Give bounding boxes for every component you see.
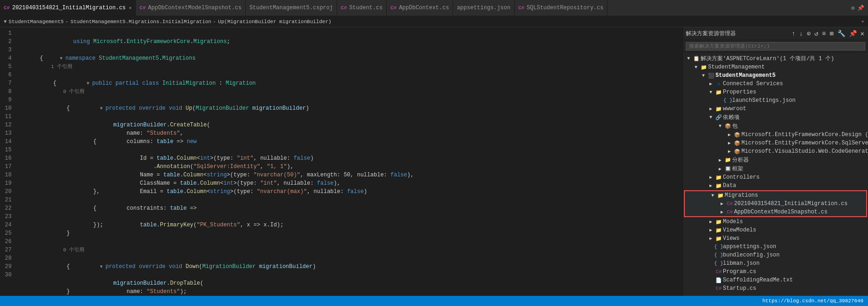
tree-item-packages[interactable]: ▼ 📦 包 (683, 122, 868, 131)
tree-item-deps[interactable]: ▼ 🔗 依赖项 (683, 113, 868, 122)
tab-bar: C# 20210403154821_InitialMigration.cs ✕ … (0, 0, 868, 16)
tree-item-ef-sqlserver[interactable]: ▶ 📦 Microsoft.EntityFrameworkCore.SqlSer… (683, 139, 868, 147)
tree-item-connected-services[interactable]: ▶ ⚡ Connected Services (683, 80, 868, 88)
tree-item-bundleconfig[interactable]: ▶ { } bundleconfig.json (683, 251, 868, 259)
breadcrumb-project: StudentManagement5 (9, 19, 64, 25)
pin-icon[interactable]: 📌 (857, 5, 864, 12)
arrow-icon: ▼ (700, 73, 707, 78)
views-label: Views (723, 235, 740, 242)
toolbar-btn-6[interactable]: ⊞ (829, 29, 834, 38)
tree-item-properties[interactable]: ▼ 📁 Properties (683, 88, 868, 96)
tab-label: StudentManagement5.csproj (249, 5, 333, 11)
code-content[interactable]: using Microsoft.EntityFrameworkCore.Migr… (21, 27, 683, 296)
deps-label: 依赖项 (723, 113, 740, 121)
tree-item-wwwroot[interactable]: ▶ 📁 wwwroot (683, 105, 868, 113)
cs-file-icon: C# (341, 5, 347, 11)
tree-item-solution[interactable]: ▼ 📋 解决方案'ASPNETCoreLearn'(1 个项目/共 1 个) (683, 54, 868, 63)
initial-migration-label: 20210403154821_InitialMigration.cs (734, 200, 848, 207)
tree-item-program[interactable]: ▶ C# Program.cs (683, 268, 868, 276)
add-tab-icon[interactable]: + (861, 19, 864, 25)
fold-btn-7[interactable]: ▼ (100, 105, 105, 110)
tree-item-appsettings[interactable]: ▶ { } appsettings.json (683, 243, 868, 251)
toolbar-btn-4[interactable]: ↺ (813, 29, 819, 38)
arrow-icon: ▼ (716, 124, 724, 129)
tree-item-project[interactable]: ▼ ⬛ StudentManagement5 (683, 71, 868, 80)
cs-file-icon: C# (518, 5, 524, 11)
tree-item-migrations[interactable]: ▼ 📁 Migrations (685, 191, 866, 200)
folder-icon: 📁 (715, 174, 723, 181)
tree-item-launch-settings[interactable]: ▶ { } launchSettings.json (683, 96, 868, 105)
tree-item-scaffolding[interactable]: ▶ 📄 ScaffoldingReadMe.txt (683, 276, 868, 284)
fold-btn-5[interactable]: ▼ (87, 80, 92, 85)
arrow-icon: ▼ (685, 56, 692, 61)
folder-icon: 📁 (716, 192, 725, 199)
folder-icon: 📁 (715, 235, 723, 242)
settings-icon[interactable]: ⚙ (851, 5, 855, 12)
folder-icon: 📁 (715, 226, 723, 234)
arrow-icon: ▶ (718, 209, 726, 215)
pkg-icon: 📦 (733, 131, 741, 138)
solution-search-input[interactable] (686, 42, 865, 50)
close-icon[interactable]: ✕ (129, 5, 132, 11)
tab-initial-migration[interactable]: C# 20210403154821_InitialMigration.cs ✕ (0, 0, 136, 16)
toolbar-btn-5[interactable]: ≡ (821, 29, 827, 38)
code-line-3: ▼namespace StudentManagement5.Migrations (25, 46, 683, 54)
breadcrumb-sep2: ▸ (213, 19, 217, 25)
tab-csproj[interactable]: StudentManagement5.csproj (246, 0, 337, 16)
tree-item-snapshot[interactable]: ▶ C# AppDbContextModelSnapshot.cs (685, 208, 866, 216)
pin-panel-btn[interactable]: 📌 (848, 29, 858, 38)
tab-snapshot[interactable]: C# AppDbContextModelSnapshot.cs (136, 0, 246, 16)
project-label: StudentManagement5 (715, 72, 776, 79)
ref-hint-1ref: 1 个引用 (25, 62, 683, 71)
launch-settings-label: launchSettings.json (732, 97, 796, 104)
tree-item-viewmodels[interactable]: ▶ 📁 ViewModels (683, 226, 868, 234)
tab-label: Student.cs (349, 5, 383, 11)
tree-item-ef-design[interactable]: ▶ 📦 Microsoft.EntityFrameworkCore.Design… (683, 131, 868, 139)
arrow-icon: ▶ (726, 140, 733, 146)
tab-label: AppDbContextModelSnapshot.cs (148, 5, 242, 11)
tree-item-models[interactable]: ▶ 📁 Models (683, 218, 868, 226)
tab-appdbcontext[interactable]: C# AppDbContext.cs (387, 0, 453, 16)
connected-services-label: Connected Services (723, 81, 783, 87)
txt-icon: 📄 (715, 276, 723, 284)
framework-icon: 🔲 (724, 165, 732, 173)
arrow-icon: ▶ (707, 175, 715, 180)
code-line-19: constraints: table => (25, 196, 683, 204)
tab-settings-area: ⚙ 📌 (848, 0, 868, 16)
tree-item-initial-migration[interactable]: ▶ C# 20210403154821_InitialMigration.cs (685, 200, 866, 208)
arrow-icon: ▶ (707, 236, 715, 241)
tab-sqlrepo[interactable]: C# SQLStudentRepository.cs (515, 0, 608, 16)
tree-item-student-mgmt[interactable]: ▼ 📁 StudentManagement (683, 63, 868, 71)
libman-label: libman.json (723, 260, 760, 267)
arrow-icon: ▶ (716, 157, 724, 163)
cs-file-icon: C# (4, 5, 10, 11)
toolbar-btn-1[interactable]: ↑ (791, 29, 796, 38)
tree-item-analyzers[interactable]: ▶ 📁 分析器 (683, 156, 868, 164)
solution-toolbar: 解决方案资源管理器 ↑ ↓ ⊙ ↺ ≡ ⊞ 🔧 📌 ✕ (683, 27, 868, 40)
fold-btn-25[interactable]: ▼ (100, 263, 105, 269)
close-panel-btn[interactable]: ✕ (860, 29, 865, 38)
arrow-icon: ▼ (692, 65, 700, 70)
tree-item-framework[interactable]: ▶ 🔲 框架 (683, 164, 868, 173)
arrow-icon: ▼ (707, 90, 715, 95)
analyzers-label: 分析器 (732, 156, 749, 164)
fold-btn-3[interactable]: ▼ (60, 55, 65, 60)
tree-item-views[interactable]: ▶ 📁 Views (683, 234, 868, 243)
framework-label: 框架 (732, 165, 743, 173)
arrow-icon: ▼ (707, 115, 715, 120)
toolbar-btn-3[interactable]: ⊙ (806, 29, 811, 38)
tree-item-controllers[interactable]: ▶ 📁 Controllers (683, 173, 868, 181)
toolbar-btn-2[interactable]: ↓ (798, 29, 804, 38)
tree-item-libman[interactable]: ▶ { } libman.json (683, 259, 868, 268)
ref-hint-0ref-2: 0 个引用 (25, 246, 683, 254)
tab-student[interactable]: C# Student.cs (337, 0, 387, 16)
project-selector[interactable]: ▼ (4, 19, 7, 25)
status-bar-right: https://blog.csdn.net/qq_39827640 (762, 298, 863, 304)
tree-item-ef-codegen[interactable]: ▶ 📦 Microsoft.VisualStudio.Web.CodeGener… (683, 147, 868, 156)
tree-item-data[interactable]: ▶ 📁 Data (683, 181, 868, 190)
bundleconfig-label: bundleconfig.json (723, 252, 779, 258)
tab-appsettings[interactable]: appsettings.json (453, 0, 514, 16)
tree-item-startup[interactable]: ▶ C# Startup.cs (683, 284, 868, 293)
toolbar-btn-7[interactable]: 🔧 (836, 29, 846, 38)
code-line-27: migrationBuilder.DropTable( (25, 271, 683, 279)
